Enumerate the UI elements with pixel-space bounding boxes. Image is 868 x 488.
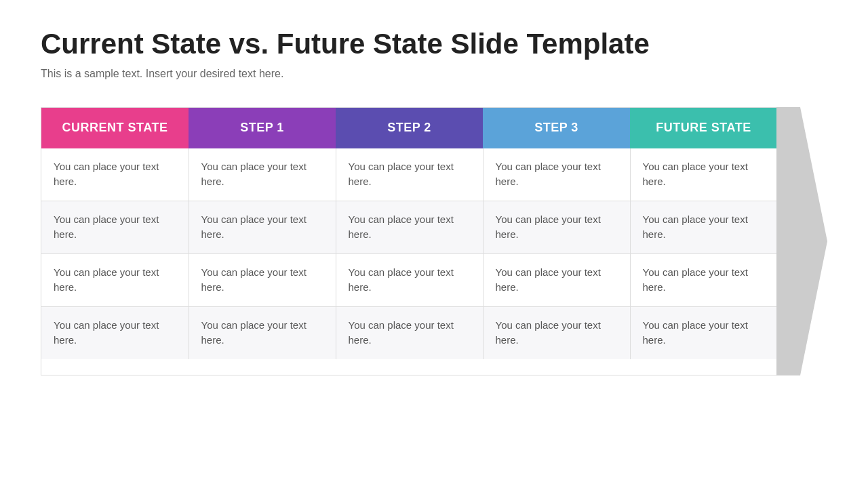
table-cell: You can place your text here. xyxy=(41,148,189,201)
col-header-current-state: CURRENT STATE xyxy=(41,108,189,148)
table-cell: You can place your text here. xyxy=(41,201,189,253)
table-cell: You can place your text here. xyxy=(483,201,630,253)
page-title: Current State vs. Future State Slide Tem… xyxy=(41,27,827,61)
table-cell: You can place your text here. xyxy=(336,306,483,359)
table-cell: You can place your text here. xyxy=(41,306,189,359)
table-cell: You can place your text here. xyxy=(630,253,777,306)
table-wrapper: CURRENT STATE STEP 1 STEP 2 STEP 3 FUTUR… xyxy=(41,107,827,375)
svg-marker-0 xyxy=(776,107,827,375)
table-cell: You can place your text here. xyxy=(630,201,777,253)
table-cell: You can place your text here. xyxy=(189,201,336,253)
table-cell: You can place your text here. xyxy=(483,306,630,359)
table-cell: You can place your text here. xyxy=(336,148,483,201)
table-cell: You can place your text here. xyxy=(41,253,189,306)
table-cell: You can place your text here. xyxy=(630,148,777,201)
table-row: You can place your text here.You can pla… xyxy=(41,148,777,201)
col-header-step3: STEP 3 xyxy=(483,108,630,148)
table-row: You can place your text here.You can pla… xyxy=(41,201,777,253)
col-header-future-state: FUTURE STATE xyxy=(630,108,777,148)
table-row: You can place your text here.You can pla… xyxy=(41,306,777,359)
table-header-row: CURRENT STATE STEP 1 STEP 2 STEP 3 FUTUR… xyxy=(41,108,777,148)
main-table: CURRENT STATE STEP 1 STEP 2 STEP 3 FUTUR… xyxy=(41,108,777,359)
table-cell: You can place your text here. xyxy=(189,148,336,201)
table-cell: You can place your text here. xyxy=(630,306,777,359)
table-cell: You can place your text here. xyxy=(336,201,483,253)
arrow-container xyxy=(776,107,827,375)
table-cell: You can place your text here. xyxy=(336,253,483,306)
table-cell: You can place your text here. xyxy=(483,148,630,201)
slide: Current State vs. Future State Slide Tem… xyxy=(0,0,868,488)
table-body: You can place your text here.You can pla… xyxy=(41,148,777,359)
table-container: CURRENT STATE STEP 1 STEP 2 STEP 3 FUTUR… xyxy=(41,107,778,375)
table-row: You can place your text here.You can pla… xyxy=(41,253,777,306)
col-header-step2: STEP 2 xyxy=(336,108,483,148)
arrow-icon xyxy=(776,107,827,375)
table-cell: You can place your text here. xyxy=(483,253,630,306)
table-cell: You can place your text here. xyxy=(189,253,336,306)
page-subtitle: This is a sample text. Insert your desir… xyxy=(41,68,827,80)
col-header-step1: STEP 1 xyxy=(189,108,336,148)
table-cell: You can place your text here. xyxy=(189,306,336,359)
